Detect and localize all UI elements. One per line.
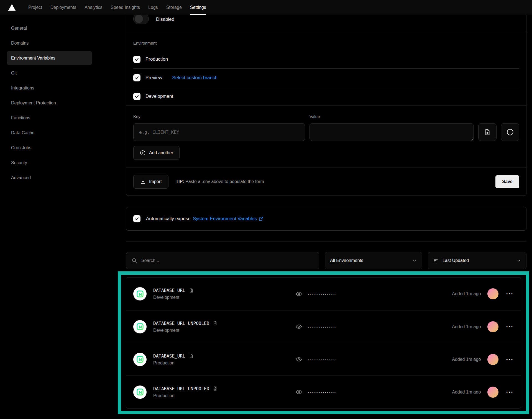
neon-integration-icon — [133, 320, 147, 333]
added-timestamp: Added 1m ago — [452, 357, 481, 362]
env-var-environment: Development — [153, 295, 194, 300]
env-var-environment: Production — [153, 393, 218, 398]
tip-text: TIP: Paste a .env above to populate the … — [176, 179, 264, 184]
sidebar-item[interactable]: General — [7, 21, 92, 35]
eye-reveal-icon[interactable] — [295, 291, 302, 297]
added-timestamp: Added 1m ago — [452, 324, 481, 329]
system-env-vars-link[interactable]: System Environment Variables — [193, 216, 264, 222]
environment-section: Environment Production Preview Select cu… — [126, 33, 526, 106]
neon-integration-icon — [133, 353, 147, 366]
masked-value: ••••••••••••••• — [308, 390, 336, 394]
env-var-row: DATABASE_URL_UNPOOLED Development — [126, 310, 521, 343]
select-custom-branch-link[interactable]: Select custom branch — [172, 75, 217, 81]
env-var-environment: Production — [153, 361, 194, 366]
nav-tab[interactable]: Project — [28, 0, 42, 15]
nav-tab[interactable]: Deployments — [50, 0, 76, 15]
nav-tab[interactable]: Logs — [148, 0, 158, 15]
sidebar-item[interactable]: Domains — [7, 36, 92, 50]
sidebar-item[interactable]: Git — [7, 66, 92, 80]
user-avatar — [487, 387, 498, 398]
sort-select[interactable]: Last Updated — [428, 252, 526, 269]
chevron-down-icon — [516, 258, 521, 263]
eye-reveal-icon[interactable] — [295, 323, 302, 330]
environment-checkbox-row: Development — [133, 87, 519, 106]
search-box — [126, 252, 319, 269]
env-var-form-card: Disabled Environment Production Preview … — [126, 15, 526, 196]
eye-reveal-icon[interactable] — [295, 389, 302, 395]
search-input[interactable] — [141, 258, 314, 263]
section-divider — [126, 241, 526, 241]
environment-checkbox[interactable] — [133, 74, 140, 81]
row-menu-button[interactable]: ••• — [505, 390, 514, 394]
form-footer: Import TIP: Paste a .env above to popula… — [126, 168, 526, 196]
main-content: Disabled Environment Production Preview … — [126, 15, 526, 414]
paste-env-button[interactable] — [478, 123, 497, 141]
top-nav: Project Deployments Analytics Speed Insi… — [0, 0, 532, 15]
environment-filter-select[interactable]: All Environments — [325, 252, 422, 269]
add-another-button[interactable]: Add another — [133, 146, 180, 160]
sidebar-item[interactable]: Functions — [7, 111, 92, 125]
row-menu-button[interactable]: ••• — [505, 292, 514, 296]
env-var-name: DATABASE_URL_UNPOOLED — [153, 321, 209, 326]
env-var-row: DATABASE_URL Development ••• — [126, 277, 521, 310]
env-var-row: DATABASE_URL_UNPOOLED Production — [126, 376, 521, 408]
note-icon[interactable] — [213, 321, 218, 326]
nav-tab[interactable]: Analytics — [85, 0, 102, 15]
user-avatar — [487, 321, 498, 332]
env-var-name: DATABASE_URL_UNPOOLED — [153, 386, 209, 391]
toggle-knob — [135, 15, 143, 23]
environment-checkbox-row: Production — [133, 50, 519, 68]
save-button[interactable]: Save — [495, 175, 519, 188]
settings-sidebar: General Domains Environment Variables Gi… — [0, 15, 100, 186]
note-icon[interactable] — [189, 288, 194, 293]
value-input[interactable] — [310, 123, 474, 141]
key-value-section: Key Value — [126, 106, 526, 168]
sidebar-item[interactable]: Advanced — [7, 171, 92, 185]
expose-card: Automatically expose System Environment … — [126, 207, 526, 231]
sidebar-item[interactable]: Cron Jobs — [7, 141, 92, 155]
note-icon[interactable] — [189, 353, 194, 358]
sidebar-item[interactable]: Security — [7, 156, 92, 170]
environment-checkbox[interactable] — [133, 56, 140, 63]
key-label: Key — [133, 114, 305, 119]
sidebar-item[interactable]: Integrations — [7, 81, 92, 95]
filter-row: All Environments Last Updated — [126, 252, 526, 269]
search-icon — [131, 258, 137, 264]
environment-checkbox[interactable] — [133, 93, 140, 100]
added-timestamp: Added 1m ago — [452, 390, 481, 395]
key-input[interactable] — [133, 123, 305, 141]
environment-label: Environment — [133, 41, 519, 45]
disabled-label: Disabled — [156, 16, 174, 22]
env-var-name: DATABASE_URL — [153, 353, 185, 359]
sidebar-item[interactable]: Deployment Protection — [7, 96, 92, 110]
highlight-annotation-border: DATABASE_URL Development ••• — [118, 271, 529, 414]
import-download-icon — [140, 179, 146, 184]
vercel-logo-icon[interactable] — [8, 0, 16, 15]
env-var-row: DATABASE_URL Production •••• — [126, 343, 521, 376]
expose-checkbox[interactable] — [133, 215, 140, 222]
neon-integration-icon — [133, 287, 147, 300]
nav-tab[interactable]: Storage — [166, 0, 182, 15]
sidebar-item[interactable]: Data Cache — [7, 126, 92, 140]
env-var-environment: Development — [153, 328, 218, 333]
disabled-toggle[interactable] — [133, 15, 149, 24]
sidebar-item[interactable]: Environment Variables — [7, 51, 92, 65]
user-avatar — [487, 288, 498, 299]
added-timestamp: Added 1m ago — [452, 291, 481, 296]
import-button[interactable]: Import — [133, 175, 168, 189]
plus-circle-icon — [140, 150, 146, 156]
row-menu-button[interactable]: ••• — [505, 357, 514, 362]
disabled-toggle-row: Disabled — [126, 15, 526, 33]
masked-value: ••••••••••••••• — [308, 358, 336, 361]
chevron-down-icon — [412, 258, 417, 263]
note-icon[interactable] — [213, 386, 218, 391]
minus-circle-icon — [506, 128, 514, 136]
eye-reveal-icon[interactable] — [295, 356, 302, 363]
row-menu-button[interactable]: ••• — [505, 325, 514, 329]
remove-row-button[interactable] — [501, 123, 519, 141]
sort-icon — [433, 258, 439, 263]
nav-tab[interactable]: Settings — [190, 0, 206, 15]
environment-checkbox-row: Preview Select custom branch — [133, 68, 519, 87]
env-var-name: DATABASE_URL — [153, 288, 185, 293]
nav-tab[interactable]: Speed Insights — [111, 0, 140, 15]
